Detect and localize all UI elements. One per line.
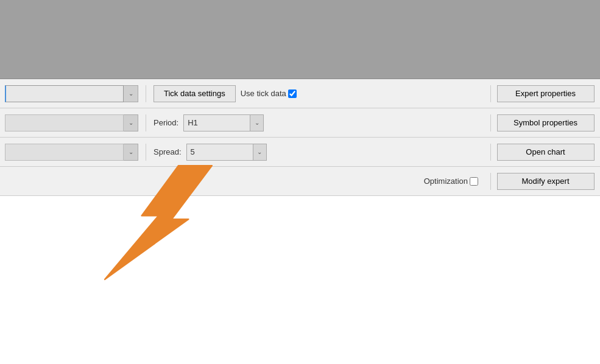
period-combo[interactable]: H1 M1M5M15M30 H4D1W1MN1 ⌄ — [183, 114, 264, 131]
middle-col-row4: Optimization — [146, 177, 490, 186]
right-col-row3: Open chart — [490, 144, 600, 161]
chevron-row3-icon[interactable]: ⌄ — [124, 144, 138, 161]
spread-combo[interactable]: 123 5101520 ⌄ — [186, 144, 267, 161]
row-period: ⌄ Period: H1 M1M5M15M30 H4D1W1MN1 ⌄ Symb… — [0, 108, 600, 138]
optimization-wrapper: Optimization — [424, 177, 478, 186]
row-optimization: Optimization Modify expert — [0, 167, 600, 196]
bottom-white-area — [0, 236, 600, 364]
use-tick-data-wrapper: Use tick data — [241, 89, 297, 98]
dropdown-row2[interactable]: ⌄ — [5, 114, 138, 131]
period-label: Period: — [154, 118, 178, 127]
top-gray-area — [0, 0, 600, 79]
select-row2[interactable] — [5, 114, 124, 131]
period-chevron-icon[interactable]: ⌄ — [250, 114, 264, 131]
tick-data-settings-button[interactable]: Tick data settings — [154, 85, 236, 102]
left-col-row1: ⌄ — [0, 85, 146, 102]
use-tick-data-label: Use tick data — [241, 89, 286, 98]
use-tick-data-checkbox[interactable] — [288, 89, 297, 98]
row-tick-data: ⌄ Tick data settings Use tick data Exper… — [0, 79, 600, 108]
spread-label: Spread: — [154, 147, 182, 156]
chevron-row1-icon[interactable]: ⌄ — [124, 85, 138, 102]
select-row1[interactable] — [5, 85, 124, 102]
dropdown-row3[interactable]: ⌄ — [5, 144, 138, 161]
left-col-row2: ⌄ — [0, 114, 146, 131]
chevron-row2-icon[interactable]: ⌄ — [124, 114, 138, 131]
open-chart-button[interactable]: Open chart — [497, 144, 595, 161]
symbol-properties-button[interactable]: Symbol properties — [497, 114, 595, 131]
expert-properties-button[interactable]: Expert properties — [497, 85, 595, 102]
dropdown-row1[interactable]: ⌄ — [5, 85, 138, 102]
optimization-label: Optimization — [424, 177, 468, 186]
left-col-row3: ⌄ — [0, 144, 146, 161]
right-col-row4: Modify expert — [490, 173, 600, 190]
row-spread: ⌄ Spread: 123 5101520 ⌄ Open chart — [0, 138, 600, 167]
middle-col-row3: Spread: 123 5101520 ⌄ — [146, 144, 490, 161]
optimization-checkbox[interactable] — [470, 177, 478, 186]
right-col-row2: Symbol properties — [490, 114, 600, 131]
right-col-row1: Expert properties — [490, 85, 600, 102]
modify-expert-button[interactable]: Modify expert — [497, 173, 595, 190]
middle-col-row1: Tick data settings Use tick data — [146, 85, 490, 102]
period-select[interactable]: H1 M1M5M15M30 H4D1W1MN1 — [183, 114, 250, 131]
middle-col-row2: Period: H1 M1M5M15M30 H4D1W1MN1 ⌄ — [146, 114, 490, 131]
spread-chevron-icon[interactable]: ⌄ — [253, 144, 267, 161]
spread-select[interactable]: 123 5101520 — [186, 144, 253, 161]
select-row3[interactable] — [5, 144, 124, 161]
